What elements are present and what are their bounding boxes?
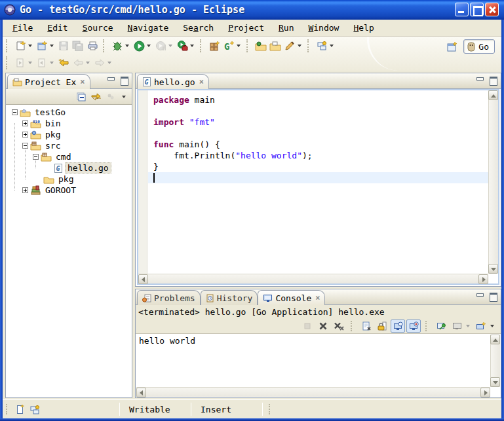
toolbar-grip[interactable]: [6, 56, 10, 69]
collapse-all-button[interactable]: [75, 90, 88, 103]
open-perspective-button[interactable]: [445, 39, 459, 54]
view-minimize-icon[interactable]: [106, 76, 116, 84]
new-project-button[interactable]: [207, 39, 222, 53]
new-go-element-dropdown[interactable]: [237, 45, 241, 47]
menu-window[interactable]: Window: [301, 22, 346, 34]
highlighter-button[interactable]: [282, 39, 297, 53]
tree-item-src[interactable]: src: [22, 140, 62, 151]
tab-history[interactable]: History: [201, 290, 258, 305]
show-views-button[interactable]: [28, 403, 42, 416]
menu-help[interactable]: Help: [346, 22, 381, 34]
profile-dropdown[interactable]: [168, 45, 172, 47]
new-element-button[interactable]: [35, 39, 49, 53]
highlighter-dropdown[interactable]: [298, 45, 301, 47]
open-type-button[interactable]: [254, 39, 268, 53]
expand-expander-icon[interactable]: [22, 187, 28, 193]
terminate-button[interactable]: [300, 320, 315, 333]
scroll-right-arrow[interactable]: [480, 388, 490, 397]
menu-edit[interactable]: Edit: [40, 22, 75, 34]
print-button[interactable]: [85, 39, 100, 53]
tab-project-explorer[interactable]: Project Ex ×: [7, 74, 90, 89]
fast-view-button[interactable]: [13, 403, 28, 416]
new-element-dropdown[interactable]: [50, 45, 54, 47]
toolbar-grip[interactable]: [103, 39, 107, 52]
run-button[interactable]: [132, 39, 146, 53]
back-button[interactable]: [71, 56, 85, 70]
open-console-button[interactable]: [474, 320, 488, 333]
go-perspective-button[interactable]: Go: [463, 39, 495, 54]
tree-item-bin[interactable]: 010 bin: [22, 118, 62, 129]
forward-button[interactable]: [92, 56, 107, 70]
title-bar[interactable]: Go - testGo/src/cmd/hello.go - Eclipse: [0, 0, 504, 20]
show-stderr-toggle[interactable]: [406, 320, 421, 333]
run-dropdown[interactable]: [147, 45, 151, 47]
save-all-button[interactable]: [71, 39, 85, 53]
forward-dropdown[interactable]: [107, 62, 111, 64]
scroll-lock-button[interactable]: [375, 320, 389, 333]
tree-item-cmd[interactable]: cmd: [33, 151, 73, 162]
external-tools-button[interactable]: [175, 39, 189, 53]
new-wizard-dropdown[interactable]: [28, 45, 32, 47]
tree-item-pkg2[interactable]: pkg: [43, 174, 75, 185]
back-dropdown[interactable]: [86, 62, 90, 64]
next-annotation-button[interactable]: [13, 56, 28, 70]
collapse-expander-icon[interactable]: [12, 109, 18, 115]
previous-annotation-button[interactable]: [35, 56, 49, 70]
scroll-down-arrow[interactable]: [488, 264, 498, 274]
scroll-right-arrow[interactable]: [478, 274, 488, 284]
expand-expander-icon[interactable]: [22, 132, 28, 137]
new-wizard-button[interactable]: [13, 39, 28, 53]
maximize-button[interactable]: [470, 3, 484, 16]
external-tools-dropdown[interactable]: [190, 45, 194, 47]
debug-button[interactable]: [110, 39, 125, 53]
open-console-dropdown[interactable]: [490, 325, 494, 327]
display-console-dropdown[interactable]: [466, 325, 470, 327]
remove-launch-button[interactable]: [316, 320, 330, 333]
previous-annotation-dropdown[interactable]: [50, 62, 54, 64]
console-horizontal-scrollbar[interactable]: [136, 387, 490, 397]
pin-console-button[interactable]: [434, 320, 448, 333]
console-maximize-icon[interactable]: [488, 292, 498, 301]
filters-button[interactable]: [104, 90, 117, 103]
menu-run[interactable]: Run: [271, 22, 301, 34]
tree-item-pkg[interactable]: pkg: [22, 129, 62, 140]
tab-close-icon[interactable]: ×: [80, 77, 85, 86]
editor-horizontal-scrollbar[interactable]: [138, 274, 488, 284]
annotation-ruler[interactable]: [138, 90, 147, 274]
tree-item-testgo[interactable]: testGo: [12, 107, 68, 118]
scroll-up-arrow[interactable]: [490, 335, 500, 344]
console-minimize-icon[interactable]: [475, 292, 485, 301]
display-console-button[interactable]: [450, 320, 464, 333]
collapse-expander-icon[interactable]: [33, 154, 39, 160]
editor-maximize-icon[interactable]: [488, 76, 498, 84]
tree-item-hello-go[interactable]: G hello.go: [54, 162, 111, 174]
scroll-left-arrow[interactable]: [136, 388, 146, 397]
toolbar-grip[interactable]: [200, 39, 204, 52]
save-button[interactable]: [56, 39, 71, 53]
menu-project[interactable]: Project: [221, 22, 271, 34]
link-with-editor-button[interactable]: [90, 90, 102, 103]
scroll-left-arrow[interactable]: [138, 274, 148, 284]
scroll-up-arrow[interactable]: [488, 90, 498, 100]
editor-content[interactable]: package main import "fmt" func main() { …: [137, 89, 499, 285]
view-menu-button[interactable]: [119, 90, 129, 103]
expand-expander-icon[interactable]: [22, 120, 28, 126]
profile-button[interactable]: [153, 39, 168, 53]
next-annotation-dropdown[interactable]: [28, 62, 32, 64]
menu-source[interactable]: Source: [75, 22, 121, 34]
minimize-button[interactable]: [455, 3, 469, 16]
menu-file[interactable]: File: [5, 22, 40, 34]
clear-console-button[interactable]: [359, 320, 374, 333]
console-output-area[interactable]: hello world: [136, 335, 500, 397]
remove-all-launches-button[interactable]: [332, 320, 346, 333]
editor-vertical-scrollbar[interactable]: [488, 90, 498, 274]
tree-item-goroot[interactable]: GOROOT: [22, 185, 78, 196]
debug-dropdown[interactable]: [125, 45, 129, 47]
view-maximize-icon[interactable]: [119, 76, 129, 84]
scroll-down-arrow[interactable]: [490, 377, 500, 387]
tab-problems[interactable]: Problems: [137, 290, 201, 305]
console-vertical-scrollbar[interactable]: [490, 335, 500, 387]
code-area[interactable]: package main import "fmt" func main() { …: [148, 90, 488, 274]
link-views-button[interactable]: [315, 39, 329, 53]
tab-close-icon[interactable]: ×: [315, 293, 320, 302]
